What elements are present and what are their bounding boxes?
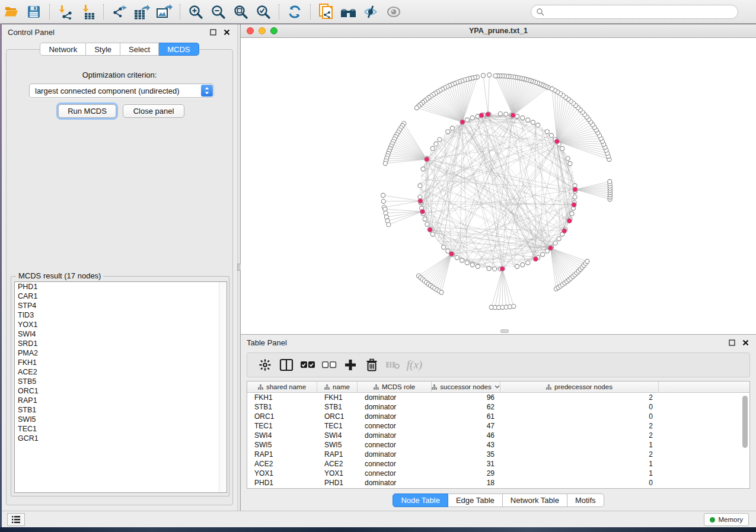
export-network-button[interactable] bbox=[108, 2, 130, 22]
horizontal-splitter-grip[interactable] bbox=[500, 329, 509, 333]
leaf-node[interactable] bbox=[383, 207, 387, 211]
network-node[interactable] bbox=[521, 262, 525, 267]
network-node[interactable] bbox=[549, 133, 553, 137]
leaf-node[interactable] bbox=[487, 73, 492, 77]
import-network-button[interactable] bbox=[54, 2, 76, 22]
zoom-selected-button[interactable] bbox=[252, 2, 275, 22]
network-node[interactable] bbox=[430, 146, 435, 150]
network-node[interactable] bbox=[545, 130, 549, 134]
leaf-node[interactable] bbox=[383, 161, 387, 165]
network-node[interactable] bbox=[425, 222, 429, 226]
leaf-node[interactable] bbox=[381, 199, 385, 203]
share-document-button[interactable] bbox=[315, 2, 337, 22]
mcds-result-item[interactable]: GCR1 bbox=[15, 434, 227, 443]
network-node[interactable] bbox=[423, 217, 427, 221]
mcds-hub-node[interactable] bbox=[533, 257, 538, 261]
mcds-hub-node[interactable] bbox=[479, 113, 484, 118]
mcds-hub-node[interactable] bbox=[573, 187, 578, 192]
table-row[interactable]: YOX1YOX1connector291 bbox=[247, 469, 749, 478]
mcds-hub-node[interactable] bbox=[554, 139, 559, 144]
mcds-hub-node[interactable] bbox=[511, 113, 515, 117]
network-node[interactable] bbox=[531, 120, 535, 124]
mcds-hub-node[interactable] bbox=[548, 245, 553, 250]
network-window-titlebar[interactable]: YPA_prune.txt_1 bbox=[241, 24, 756, 38]
mcds-result-item[interactable]: STB1 bbox=[15, 405, 227, 415]
network-node[interactable] bbox=[566, 156, 570, 161]
mcds-result-item[interactable]: SRD1 bbox=[15, 339, 227, 348]
table-row[interactable]: PHD1PHD1dominator180 bbox=[247, 478, 749, 488]
network-node[interactable] bbox=[553, 241, 557, 245]
leaf-node[interactable] bbox=[414, 105, 419, 110]
mcds-hub-node[interactable] bbox=[449, 251, 454, 256]
table-row[interactable]: ACE2ACE2connector311 bbox=[247, 459, 749, 469]
leaf-node[interactable] bbox=[585, 259, 589, 264]
float-panel-icon[interactable] bbox=[209, 28, 218, 37]
tab-edge-table[interactable]: Edge Table bbox=[448, 493, 503, 507]
table-options-button[interactable] bbox=[254, 355, 276, 375]
network-node[interactable] bbox=[460, 258, 464, 262]
leaf-node[interactable] bbox=[493, 73, 497, 78]
open-file-button[interactable] bbox=[0, 2, 23, 22]
network-node[interactable] bbox=[455, 255, 459, 259]
mcds-hub-node[interactable] bbox=[486, 112, 490, 117]
leaf-node[interactable] bbox=[481, 73, 485, 78]
table-row[interactable]: RAP1RAP1dominator352 bbox=[247, 450, 749, 459]
network-node[interactable] bbox=[515, 264, 519, 268]
mcds-result-item[interactable]: SWI4 bbox=[15, 329, 227, 339]
mcds-hub-node[interactable] bbox=[428, 227, 432, 232]
network-node[interactable] bbox=[430, 232, 435, 236]
table-row[interactable]: SWI4SWI4dominator462 bbox=[247, 431, 749, 440]
tab-node-table[interactable]: Node Table bbox=[393, 493, 448, 507]
leaf-node[interactable] bbox=[384, 211, 388, 215]
network-node[interactable] bbox=[470, 116, 474, 120]
run-mcds-button[interactable]: Run MCDS bbox=[58, 104, 116, 118]
close-panel-icon[interactable] bbox=[741, 338, 750, 347]
mcds-hub-node[interactable] bbox=[572, 203, 576, 207]
split-view-button[interactable] bbox=[276, 355, 297, 375]
tab-motifs[interactable]: Motifs bbox=[567, 493, 604, 507]
leaf-node[interactable] bbox=[381, 193, 385, 197]
tab-mcds[interactable]: MCDS bbox=[159, 43, 199, 56]
column-header-name[interactable]: name bbox=[317, 382, 358, 392]
mcds-hub-node[interactable] bbox=[420, 209, 425, 214]
network-node[interactable] bbox=[465, 118, 469, 122]
mcds-result-item[interactable]: SWI5 bbox=[15, 415, 227, 424]
network-node[interactable] bbox=[560, 146, 564, 150]
table-scrollbar[interactable] bbox=[742, 395, 748, 486]
export-table-button[interactable] bbox=[130, 2, 153, 22]
mcds-hub-node[interactable] bbox=[418, 198, 423, 203]
network-view-canvas[interactable] bbox=[241, 38, 756, 334]
float-panel-icon[interactable] bbox=[728, 338, 736, 347]
network-node[interactable] bbox=[421, 167, 425, 171]
network-node[interactable] bbox=[557, 236, 561, 241]
network-node[interactable] bbox=[541, 252, 545, 257]
search-network-button[interactable] bbox=[337, 2, 360, 22]
leaf-node[interactable] bbox=[387, 223, 391, 227]
delete-column-button[interactable] bbox=[361, 355, 382, 375]
add-column-button[interactable] bbox=[340, 355, 361, 375]
select-all-button[interactable] bbox=[297, 355, 318, 375]
memory-button[interactable]: Memory bbox=[704, 513, 749, 526]
mcds-list-scrollbar[interactable] bbox=[219, 282, 227, 492]
mcds-hub-node[interactable] bbox=[460, 120, 465, 124]
mcds-result-list[interactable]: PHD1CAR1STP4TID3YOX1SWI4SRD1PMA2FKH1ACE2… bbox=[14, 281, 227, 493]
mcds-result-item[interactable]: RAP1 bbox=[15, 396, 227, 405]
mcds-hub-node[interactable] bbox=[500, 267, 505, 271]
mcds-result-item[interactable]: STP4 bbox=[15, 301, 227, 310]
mcds-result-item[interactable]: ACE2 bbox=[15, 367, 227, 377]
zoom-fit-button[interactable] bbox=[229, 2, 252, 22]
mcds-result-item[interactable]: CAR1 bbox=[15, 291, 227, 301]
network-node[interactable] bbox=[568, 162, 572, 166]
network-node[interactable] bbox=[470, 262, 474, 267]
criterion-dropdown[interactable]: largest connected component (undirected) bbox=[29, 84, 214, 98]
network-node[interactable] bbox=[487, 267, 491, 271]
zoom-in-button[interactable] bbox=[184, 2, 207, 22]
mcds-hub-node[interactable] bbox=[562, 228, 567, 233]
network-node[interactable] bbox=[441, 245, 445, 249]
mcds-result-item[interactable]: ORC1 bbox=[15, 386, 227, 396]
column-header-shared-name[interactable]: shared name bbox=[247, 382, 317, 392]
deselect-all-button[interactable] bbox=[318, 355, 340, 375]
task-history-button[interactable] bbox=[7, 513, 25, 526]
mcds-result-item[interactable]: FKH1 bbox=[15, 358, 227, 367]
hide-selected-button[interactable] bbox=[360, 2, 382, 22]
